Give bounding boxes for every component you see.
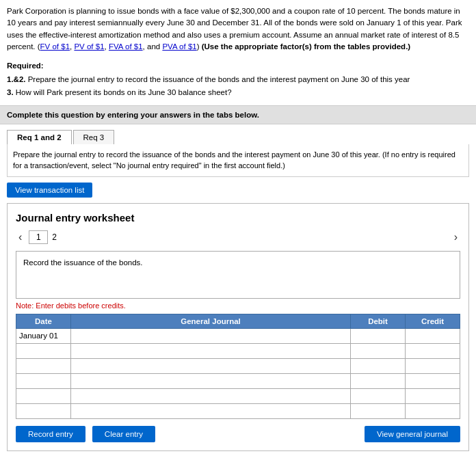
table-row xyxy=(16,343,460,358)
record-entry-button[interactable]: Record entry xyxy=(16,426,85,442)
date-cell-3 xyxy=(16,358,71,373)
date-cell-6 xyxy=(16,403,71,418)
journal-input-4[interactable] xyxy=(74,377,347,385)
req-3: 3. How will Park present its bonds on it… xyxy=(7,86,469,100)
debit-cell-5[interactable] xyxy=(351,388,406,403)
debit-cell-1[interactable] xyxy=(351,328,406,343)
debit-cell-6[interactable] xyxy=(351,403,406,418)
credit-cell-4[interactable] xyxy=(406,373,460,388)
problem-text: Park Corporation is planning to issue bo… xyxy=(0,0,476,57)
fv-link[interactable]: FV of $1 xyxy=(40,42,70,51)
journal-table: Date General Journal Debit Credit Januar… xyxy=(16,314,460,419)
left-button-group: Record entry Clear entry xyxy=(16,426,155,442)
credit-cell-3[interactable] xyxy=(406,358,460,373)
next-page-button[interactable]: › xyxy=(451,231,460,243)
credit-cell-2[interactable] xyxy=(406,343,460,358)
journal-cell-3[interactable] xyxy=(71,358,351,373)
clear-entry-button[interactable]: Clear entry xyxy=(92,426,155,442)
worksheet-title: Journal entry worksheet xyxy=(16,212,460,224)
debit-cell-3[interactable] xyxy=(351,358,406,373)
current-page: 1 xyxy=(29,230,48,244)
prev-page-button[interactable]: ‹ xyxy=(16,231,25,243)
journal-cell-5[interactable] xyxy=(71,388,351,403)
tables-note: (Use the appropriate factor(s) from the … xyxy=(202,42,410,51)
journal-cell-2[interactable] xyxy=(71,343,351,358)
required-section: Required: 1.&2. Prepare the journal entr… xyxy=(0,57,476,105)
journal-cell-4[interactable] xyxy=(71,373,351,388)
header-debit: Debit xyxy=(351,314,406,328)
view-transaction-list-button[interactable]: View transaction list xyxy=(7,183,92,198)
table-row xyxy=(16,373,460,388)
table-row xyxy=(16,388,460,403)
credit-cell-1[interactable] xyxy=(406,328,460,343)
table-row xyxy=(16,358,460,373)
date-cell-2 xyxy=(16,343,71,358)
debit-input-6[interactable] xyxy=(354,407,402,415)
fva-link[interactable]: FVA of $1 xyxy=(109,42,143,51)
debit-input-4[interactable] xyxy=(354,377,402,385)
sub-instruction: Prepare the journal entry to record the … xyxy=(7,144,469,177)
journal-input-5[interactable] xyxy=(74,392,347,400)
date-cell-5 xyxy=(16,388,71,403)
credit-input-2[interactable] xyxy=(408,347,457,355)
instruction-bar: Complete this question by entering your … xyxy=(0,105,476,124)
credit-input-1[interactable] xyxy=(408,332,457,340)
worksheet-container: Journal entry worksheet ‹ 1 2 › Record t… xyxy=(7,203,469,451)
journal-cell-6[interactable] xyxy=(71,403,351,418)
date-cell-1: January 01 xyxy=(16,328,71,343)
credit-input-4[interactable] xyxy=(408,377,457,385)
header-credit: Credit xyxy=(406,314,460,328)
date-cell-4 xyxy=(16,373,71,388)
debit-input-5[interactable] xyxy=(354,392,402,400)
credit-input-3[interactable] xyxy=(408,362,457,370)
debit-cell-4[interactable] xyxy=(351,373,406,388)
debit-input-1[interactable] xyxy=(354,332,402,340)
table-row: January 01 xyxy=(16,328,460,343)
pva-link[interactable]: PVA of $1 xyxy=(162,42,196,51)
bottom-buttons: Record entry Clear entry View general jo… xyxy=(16,426,460,442)
journal-input-3[interactable] xyxy=(74,362,347,370)
required-label: Required: xyxy=(7,62,44,70)
tab-req-3[interactable]: Req 3 xyxy=(73,130,115,144)
record-description: Record the issuance of the bonds. xyxy=(16,251,460,299)
journal-input-1[interactable] xyxy=(74,332,347,340)
header-date: Date xyxy=(16,314,71,328)
tab-req-1-2[interactable]: Req 1 and 2 xyxy=(7,130,72,144)
credit-cell-5[interactable] xyxy=(406,388,460,403)
table-row xyxy=(16,403,460,418)
journal-cell-1[interactable] xyxy=(71,328,351,343)
debit-cell-2[interactable] xyxy=(351,343,406,358)
note-text: Note: Enter debits before credits. xyxy=(16,301,460,310)
pv-link[interactable]: PV of $1 xyxy=(74,42,104,51)
view-general-journal-button[interactable]: View general journal xyxy=(365,426,460,442)
journal-input-6[interactable] xyxy=(74,407,347,415)
credit-input-5[interactable] xyxy=(408,392,457,400)
debit-input-3[interactable] xyxy=(354,362,402,370)
journal-input-2[interactable] xyxy=(74,347,347,355)
page-separator: 2 xyxy=(52,232,57,242)
debit-input-2[interactable] xyxy=(354,347,402,355)
problem-intro: Park Corporation is planning to issue bo… xyxy=(7,7,462,51)
nav-row: ‹ 1 2 › xyxy=(16,230,460,244)
tabs-row: Req 1 and 2 Req 3 xyxy=(0,124,476,144)
credit-input-6[interactable] xyxy=(408,407,457,415)
header-general-journal: General Journal xyxy=(71,314,351,328)
credit-cell-6[interactable] xyxy=(406,403,460,418)
req-1-2: 1.&2. Prepare the journal entry to recor… xyxy=(7,73,469,87)
